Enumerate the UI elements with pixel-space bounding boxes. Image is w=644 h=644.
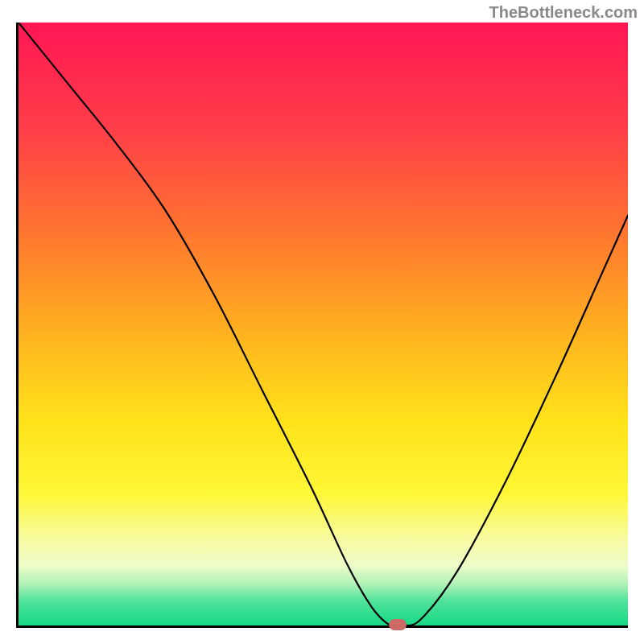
bottleneck-curve — [19, 23, 628, 625]
attribution-watermark: TheBottleneck.com — [489, 3, 638, 22]
optimal-marker — [389, 619, 407, 630]
curve-layer — [19, 23, 628, 625]
plot-frame — [16, 23, 628, 628]
chart-container: TheBottleneck.com — [0, 0, 644, 644]
